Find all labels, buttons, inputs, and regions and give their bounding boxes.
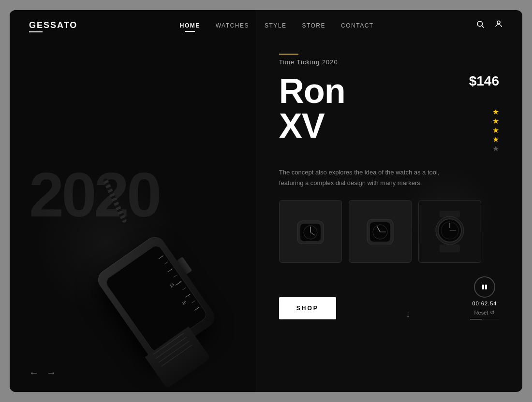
star-3: ★ (492, 126, 499, 134)
next-arrow[interactable]: → (46, 367, 56, 378)
watch-rope (103, 178, 127, 224)
product-subtitle: Time Ticking 2020 (279, 58, 499, 66)
reset-icon: ↺ (490, 309, 495, 316)
reset-button[interactable]: Reset ↺ (474, 309, 495, 316)
subtitle-accent (279, 54, 298, 55)
left-panel: 2020 (10, 10, 256, 392)
main-nav: HOME WATCHES STYLE STORE CONTACT (180, 22, 374, 29)
nav-item-contact[interactable]: CONTACT (341, 22, 374, 29)
star-5: ★ (492, 144, 499, 153)
timer-display: 00:62.54 (473, 301, 497, 306)
user-icon[interactable] (494, 20, 503, 31)
shop-button[interactable]: SHOP (279, 297, 336, 319)
scroll-down-indicator: ↓ (405, 308, 410, 319)
svg-point-0 (477, 21, 483, 27)
logo: GESSATO (29, 20, 77, 30)
product-description: The concept also explores the idea of th… (279, 167, 463, 188)
title-line1: Ron (279, 72, 345, 110)
svg-rect-23 (440, 244, 460, 252)
svg-point-2 (497, 21, 500, 24)
star-rating: ★ ★ ★ ★ ★ (492, 107, 499, 153)
nav-item-home[interactable]: HOME (180, 22, 200, 29)
thumbnail-2[interactable] (349, 200, 412, 263)
timer-progress-bar (470, 319, 499, 319)
timer-section: 00:62.54 Reset ↺ (470, 276, 499, 319)
svg-rect-25 (485, 285, 487, 289)
pause-icon (481, 284, 488, 290)
svg-line-1 (482, 26, 484, 28)
svg-rect-24 (482, 285, 484, 289)
header-icons (476, 20, 503, 31)
left-bottom: SHOP (279, 297, 336, 319)
nav-item-store[interactable]: STORE (302, 22, 325, 29)
nav-item-style[interactable]: STYLE (265, 22, 287, 29)
watch-thumb-3-svg (433, 210, 467, 253)
svg-rect-9 (298, 244, 323, 251)
star-2: ★ (492, 117, 499, 125)
header: GESSATO HOME WATCHES STYLE STORE CONTACT (10, 10, 522, 41)
thumbnail-1[interactable] (279, 200, 342, 263)
title-line2: XV (279, 106, 325, 145)
main-content: 2020 (10, 10, 522, 392)
prev-arrow[interactable]: ← (29, 367, 39, 378)
search-icon[interactable] (476, 20, 485, 31)
product-title: Ron XV (279, 73, 499, 143)
product-thumbnails (279, 200, 499, 263)
star-1: ★ (492, 108, 499, 116)
bottom-row: SHOP ↓ 00:62.54 Reset ↺ (279, 276, 499, 319)
thumbnail-3[interactable] (418, 200, 481, 263)
watch-thumb-1-svg (294, 211, 327, 252)
star-4: ★ (492, 135, 499, 144)
watch-thumb-2-svg (363, 211, 397, 252)
reset-label: Reset (474, 310, 488, 316)
nav-item-watches[interactable]: WATCHES (216, 22, 249, 29)
svg-rect-16 (368, 244, 392, 251)
svg-rect-10 (368, 214, 392, 219)
app-window: GESSATO HOME WATCHES STYLE STORE CONTACT (10, 10, 522, 392)
nav-arrows: ← → (29, 367, 56, 378)
right-panel: Time Ticking 2020 Ron XV $146 ★ ★ ★ ★ ★ (256, 10, 522, 392)
pause-button[interactable] (474, 276, 495, 298)
product-price: $146 (469, 73, 499, 89)
